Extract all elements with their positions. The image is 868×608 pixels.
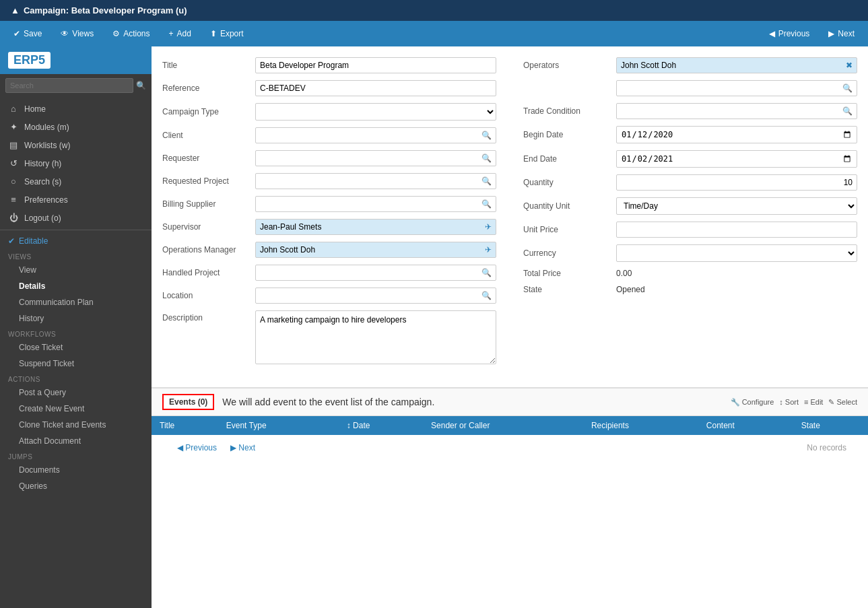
sidebar-sub-history[interactable]: History [0,310,152,327]
requester-input[interactable] [256,151,477,166]
next-button[interactable]: ▶ Next [820,25,863,42]
sidebar-sub-close-ticket[interactable]: Close Ticket [0,339,152,356]
col-content[interactable]: Content [698,416,793,435]
sidebar-sub-communication-plan[interactable]: Communication Plan [0,294,152,310]
sidebar-sub-documents[interactable]: Documents [0,462,152,478]
operations-manager-field: ✈ [255,242,496,258]
operators-field-2: 🔍 [616,80,857,96]
end-date-input[interactable] [616,150,857,168]
supervisor-clear-icon[interactable]: ✈ [481,219,496,234]
jumps-section-label: JUMPS [0,449,152,462]
col-date[interactable]: ↕ Date [339,416,423,435]
erp5-logo: ERP5 [8,52,51,69]
requester-search-icon[interactable]: 🔍 [477,151,496,166]
location-search-icon[interactable]: 🔍 [477,288,496,303]
sidebar-sub-clone-ticket[interactable]: Clone Ticket and Events [0,417,152,433]
sidebar-item-search[interactable]: ○ Search (s) [0,172,152,191]
operations-manager-clear-icon[interactable]: ✈ [481,242,496,257]
operators-input[interactable] [617,58,842,73]
logout-icon: ⏻ [8,213,19,223]
sidebar-item-home[interactable]: ⌂ Home [0,100,152,118]
requester-field: 🔍 [255,150,496,166]
handled-project-input[interactable] [256,265,477,280]
sidebar-sub-attach-document[interactable]: Attach Document [0,433,152,449]
supervisor-field: ✈ [255,219,496,235]
col-event-type[interactable]: Event Type [218,416,339,435]
sidebar-item-worklists[interactable]: ▤ Worklists (w) [0,136,152,154]
billing-supplier-search-icon[interactable]: 🔍 [477,197,496,211]
sidebar-item-logout[interactable]: ⏻ Logout (o) [0,209,152,227]
billing-supplier-input[interactable] [256,197,477,211]
client-search-icon[interactable]: 🔍 [477,128,496,143]
add-button[interactable]: + Add [161,25,199,42]
form-row-begin-date: Begin Date [523,126,857,143]
form-row-location: Location 🔍 [162,288,496,304]
views-button[interactable]: 👁 Views [53,25,102,42]
trade-condition-input[interactable] [617,104,838,119]
save-button[interactable]: ✔ Save [5,25,50,42]
actions-section-label: ACTIONS [0,372,152,384]
search-input[interactable] [5,78,133,93]
col-recipients[interactable]: Recipients [583,416,698,435]
supervisor-input[interactable] [256,219,481,234]
table-next-button[interactable]: ▶ Next [226,442,259,454]
sidebar-sub-queries[interactable]: Queries [0,478,152,494]
select-icon: ✎ [828,398,834,407]
col-title[interactable]: Title [152,416,218,435]
reference-input[interactable] [255,80,496,96]
table-header-row: Title Event Type ↕ Date Sender or Caller… [152,416,868,435]
form-row-end-date: End Date [523,150,857,168]
previous-button[interactable]: ◀ Previous [761,25,818,42]
table-previous-button[interactable]: ◀ Previous [173,442,221,454]
sidebar-sub-post-query[interactable]: Post a Query [0,384,152,401]
col-sender[interactable]: Sender or Caller [423,416,583,435]
campaign-type-select[interactable] [255,103,496,121]
quantity-unit-select[interactable]: Time/Day [616,197,857,215]
unit-price-input[interactable] [616,222,857,238]
export-button[interactable]: ⬆ Export [202,25,252,42]
events-header: Events (0) We will add event to the even… [152,389,868,416]
sidebar-sub-create-event[interactable]: Create New Event [0,401,152,417]
quantity-input[interactable] [616,174,857,191]
client-input[interactable] [256,128,477,143]
sort-button[interactable]: ↕ Sort [779,398,799,406]
sidebar-item-modules[interactable]: ✦ Modules (m) [0,118,152,136]
sidebar-item-preferences-label: Preferences [24,195,68,205]
requested-project-input[interactable] [256,174,477,189]
operators-search-icon-2[interactable]: 🔍 [838,81,857,96]
events-annotation: We will add event to the event list of t… [222,397,722,407]
actions-button[interactable]: ⚙ Actions [104,25,158,42]
configure-button[interactable]: 🔧 Configure [731,398,774,407]
form-row-billing-supplier: Billing Supplier 🔍 [162,196,496,212]
col-state[interactable]: State [793,416,868,435]
sidebar-item-history[interactable]: ↺ History (h) [0,154,152,172]
description-textarea[interactable]: A marketing campaign to hire developers [255,310,496,364]
requested-project-search-icon[interactable]: 🔍 [477,174,496,189]
location-input[interactable] [256,288,477,303]
total-price-value: 0.00 [616,269,632,278]
trade-condition-search-icon[interactable]: 🔍 [838,104,857,119]
sidebar-item-preferences[interactable]: ≡ Preferences [0,191,152,209]
operators-clear-icon[interactable]: ✖ [842,58,857,73]
operations-manager-input[interactable] [256,242,481,257]
select-button[interactable]: ✎ Select [828,398,857,407]
events-title: Events (0) [169,397,207,407]
sidebar-sub-view[interactable]: View [0,262,152,278]
form-left-column: Title Reference Campaign Type [162,57,496,371]
search-icon[interactable]: 🔍 [136,81,146,90]
edit-button[interactable]: ≡ Edit [804,398,823,406]
events-section: Events (0) We will add event to the even… [152,387,868,461]
workflows-section-label: WORKFLOWS [0,327,152,339]
operators-input-2[interactable] [617,81,838,96]
title-input[interactable] [255,57,496,73]
handled-project-search-icon[interactable]: 🔍 [477,265,496,280]
begin-date-input[interactable] [616,126,857,143]
billing-supplier-label: Billing Supplier [162,199,250,209]
sidebar-sub-details[interactable]: Details [0,278,152,294]
sidebar-item-home-label: Home [24,104,46,114]
form-row-operators-2: 🔍 [523,80,857,96]
sidebar-sub-suspend-ticket[interactable]: Suspend Ticket [0,356,152,372]
eye-icon: 👁 [61,29,69,38]
currency-select[interactable] [616,244,857,262]
supervisor-label: Supervisor [162,222,250,232]
